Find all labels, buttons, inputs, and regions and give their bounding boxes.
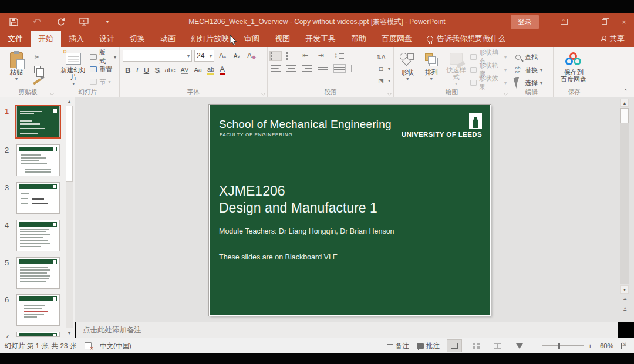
- scroll-down-icon[interactable]: ▼: [66, 329, 73, 337]
- spellcheck-icon[interactable]: [85, 342, 92, 349]
- text-direction-button[interactable]: ⇅A: [376, 52, 390, 62]
- tab-home[interactable]: 开始: [31, 31, 61, 47]
- tab-insert[interactable]: 插入: [61, 31, 92, 47]
- restore-icon[interactable]: [594, 13, 614, 31]
- shape-outline-button[interactable]: 形状轮廓▾: [470, 65, 507, 75]
- zoom-slider-thumb[interactable]: [558, 343, 560, 349]
- clear-formatting-button[interactable]: A◆: [245, 51, 258, 60]
- highlight-color-button[interactable]: ab: [207, 66, 214, 75]
- select-button[interactable]: 选择▾: [513, 78, 542, 87]
- tab-baidu-netdisk[interactable]: 百度网盘: [374, 31, 420, 47]
- numbering-button[interactable]: [286, 52, 296, 60]
- italic-button[interactable]: I: [136, 65, 138, 75]
- format-painter-button[interactable]: [32, 77, 42, 86]
- slide-module-code[interactable]: XJME1206: [219, 183, 285, 199]
- replace-button[interactable]: abac替换▾: [513, 65, 542, 75]
- strikethrough-button[interactable]: abc: [165, 66, 176, 73]
- cut-button[interactable]: ✂: [32, 52, 42, 62]
- increase-indent-button[interactable]: [318, 52, 328, 60]
- save-icon[interactable]: [8, 16, 19, 27]
- notes-pane[interactable]: 点击此处添加备注: [76, 322, 618, 338]
- line-spacing-button[interactable]: [334, 52, 344, 60]
- layout-button[interactable]: 版式▾: [90, 52, 116, 62]
- paste-button[interactable]: 粘贴 ▾: [3, 50, 30, 87]
- thumbnail-slide-preview[interactable]: [16, 257, 60, 289]
- scroll-down-icon[interactable]: ▼: [620, 285, 629, 294]
- bullets-button[interactable]: [271, 52, 281, 60]
- zoom-in-icon[interactable]: +: [588, 342, 592, 350]
- shapes-button[interactable]: 形状 ▾: [397, 50, 418, 87]
- thumbnail-slide-preview[interactable]: [16, 144, 60, 176]
- thumbnail-slide-preview[interactable]: [16, 332, 60, 337]
- change-case-button[interactable]: Aa: [194, 66, 201, 73]
- previous-slide-icon[interactable]: ≜: [620, 296, 629, 304]
- share-button[interactable]: 共享: [591, 31, 634, 47]
- character-spacing-button[interactable]: AV: [181, 66, 189, 74]
- slide-blackboard-line[interactable]: These slides are on Blackboard VLE: [219, 253, 338, 261]
- thumbnail-slide-preview[interactable]: [16, 294, 60, 326]
- thumbnail-slide-preview[interactable]: [16, 182, 60, 214]
- quick-styles-button[interactable]: 快速样式 ▾: [444, 50, 468, 87]
- thumbnail-3[interactable]: 3: [0, 182, 61, 216]
- ribbon-display-options-icon[interactable]: [554, 13, 574, 31]
- scroll-up-icon[interactable]: ▲: [620, 99, 629, 107]
- zoom-slider[interactable]: [542, 345, 584, 346]
- font-color-button[interactable]: A: [220, 65, 225, 75]
- arrange-button[interactable]: 排列 ▾: [420, 50, 441, 87]
- minimize-icon[interactable]: [574, 13, 594, 31]
- thumbnail-5[interactable]: 5: [0, 257, 61, 291]
- comments-toggle-button[interactable]: 批注: [417, 342, 440, 350]
- tab-review[interactable]: 审阅: [237, 31, 267, 47]
- thumbnail-scrollbar[interactable]: ▲ ▼: [65, 97, 73, 338]
- align-text-button[interactable]: ⊟▾: [376, 64, 390, 73]
- copy-button[interactable]: [32, 65, 42, 74]
- decrease-indent-button[interactable]: [302, 52, 312, 60]
- redo-icon[interactable]: [55, 16, 66, 27]
- language-indicator[interactable]: 中文(中国): [100, 342, 131, 350]
- reset-button[interactable]: 重置: [90, 65, 116, 74]
- next-slide-icon[interactable]: ≙: [620, 305, 629, 314]
- start-slideshow-icon[interactable]: [79, 16, 89, 27]
- notes-toggle-button[interactable]: 备注: [387, 342, 409, 350]
- tab-developer[interactable]: 开发工具: [298, 31, 343, 47]
- new-slide-button[interactable]: 新建幻灯片 ▾: [59, 50, 87, 87]
- thumbnail-slide-preview[interactable]: [16, 106, 60, 137]
- slideshow-view-button[interactable]: [512, 340, 527, 352]
- slide-canvas[interactable]: School of Mechanical Engineering FACULTY…: [209, 105, 491, 316]
- align-right-button[interactable]: [302, 65, 312, 72]
- thumbnail-1[interactable]: 1: [0, 106, 61, 140]
- collapse-ribbon-icon[interactable]: ⌃: [623, 88, 628, 95]
- font-name-combo[interactable]: ▾: [123, 50, 192, 62]
- save-to-baidu-button[interactable]: 保存到 百度网盘: [557, 50, 591, 87]
- tab-slideshow[interactable]: 幻灯片放映: [183, 31, 237, 47]
- tab-design[interactable]: 设计: [92, 31, 122, 47]
- slide-sorter-view-button[interactable]: [469, 340, 483, 352]
- reading-view-button[interactable]: [491, 340, 505, 352]
- notes-placeholder[interactable]: 点击此处添加备注: [76, 325, 141, 335]
- align-center-button[interactable]: [286, 65, 296, 72]
- customize-qat-icon[interactable]: ▾: [102, 16, 113, 27]
- scroll-thumb[interactable]: [620, 108, 629, 123]
- zoom-percentage[interactable]: 60%: [600, 342, 613, 349]
- sign-in-button[interactable]: 登录: [511, 15, 539, 29]
- convert-smartart-button[interactable]: ⬔▾: [376, 76, 390, 85]
- bold-button[interactable]: B: [125, 66, 130, 75]
- tab-file[interactable]: 文件: [0, 31, 31, 47]
- thumbnail-2[interactable]: 2: [0, 144, 61, 178]
- columns-button[interactable]: [334, 65, 345, 72]
- tab-view[interactable]: 视图: [267, 31, 298, 47]
- text-shadow-button[interactable]: S: [154, 66, 160, 75]
- justify-button[interactable]: [318, 65, 328, 72]
- slide-faculty-subtitle[interactable]: FACULTY OF ENGINEERING: [220, 132, 292, 137]
- thumbnail-6[interactable]: 6: [0, 294, 61, 328]
- slide-course-title[interactable]: Design and Manufacture 1: [219, 200, 377, 216]
- slide-teachers-line[interactable]: Module Teachers: Dr Liang Hongqin, Dr Br…: [219, 227, 394, 235]
- underline-button[interactable]: U: [144, 66, 149, 75]
- scroll-up-icon[interactable]: ▲: [66, 97, 73, 105]
- section-button[interactable]: 节▾: [90, 77, 116, 86]
- tab-help[interactable]: 帮助: [343, 31, 374, 47]
- scroll-track[interactable]: [620, 108, 629, 284]
- decrease-font-button[interactable]: A˅: [231, 52, 242, 60]
- vertical-scrollbar[interactable]: ▲ ▼ ≜ ≙: [620, 99, 629, 321]
- undo-icon[interactable]: [32, 16, 42, 27]
